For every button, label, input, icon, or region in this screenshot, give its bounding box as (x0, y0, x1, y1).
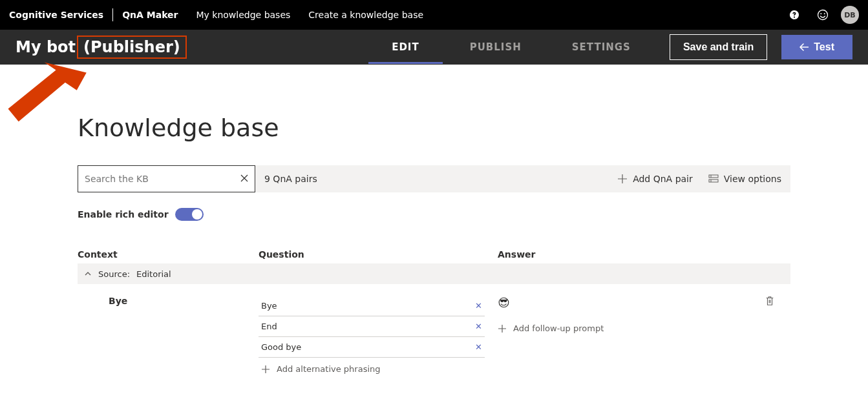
remove-question-icon[interactable]: ✕ (475, 301, 482, 311)
rich-editor-label: Enable rich editor (78, 209, 169, 220)
svg-point-2 (824, 13, 825, 14)
source-row[interactable]: Source: Editorial (78, 263, 790, 284)
view-options-icon (708, 174, 719, 184)
question-item[interactable]: Bye ✕ (259, 296, 485, 316)
kb-toolbar: 9 QnA pairs Add QnA pair View options (78, 165, 790, 192)
help-icon[interactable] (780, 1, 809, 29)
test-button[interactable]: Test (781, 35, 852, 59)
clear-search-icon[interactable] (240, 174, 248, 184)
feedback-smile-icon[interactable] (809, 1, 837, 29)
kb-name: My bot (16, 38, 76, 56)
remove-question-icon[interactable]: ✕ (475, 342, 482, 352)
view-options-label: View options (724, 174, 781, 184)
svg-point-1 (820, 13, 821, 14)
column-header-context: Context (78, 249, 259, 260)
delete-icon[interactable] (765, 296, 775, 306)
question-item[interactable]: End ✕ (259, 316, 485, 337)
add-followup-prompt-button[interactable]: Add follow-up prompt (498, 323, 765, 333)
question-item[interactable]: Good bye ✕ (259, 337, 485, 358)
column-header-question: Question (259, 249, 498, 260)
global-header: Cognitive Services QnA Maker My knowledg… (0, 0, 868, 30)
tab-settings[interactable]: SETTINGS (572, 31, 631, 63)
remove-question-icon[interactable]: ✕ (475, 322, 482, 331)
add-follow-label: Add follow-up prompt (513, 323, 604, 333)
user-avatar[interactable]: DB (841, 6, 859, 24)
search-input-wrapper (78, 165, 255, 192)
add-qna-pair-label: Add QnA pair (633, 174, 693, 184)
source-prefix: Source: (98, 269, 130, 279)
source-name: Editorial (136, 269, 171, 279)
add-qna-pair-button[interactable]: Add QnA pair (617, 174, 693, 184)
tab-publish[interactable]: PUBLISH (470, 31, 522, 63)
svg-point-0 (818, 10, 828, 20)
question-cell: Bye ✕ End ✕ Good bye ✕ Add alternative p… (259, 296, 498, 380)
test-button-label: Test (814, 41, 834, 53)
view-options-button[interactable]: View options (708, 174, 781, 184)
brand-label[interactable]: Cognitive Services (9, 10, 103, 20)
tab-edit[interactable]: EDIT (392, 31, 419, 63)
add-alternative-phrasing-button[interactable]: Add alternative phrasing (259, 358, 498, 380)
pair-count-label: 9 QnA pairs (264, 174, 317, 184)
column-header-answer: Answer (498, 249, 790, 260)
kb-role-badge: (Publisher) (77, 36, 187, 59)
search-input[interactable] (85, 174, 240, 184)
answer-content: 😎 (498, 296, 765, 309)
svg-rect-5 (709, 179, 718, 182)
rich-editor-toggle[interactable] (175, 208, 204, 221)
plus-icon (261, 365, 270, 374)
product-label[interactable]: QnA Maker (122, 10, 178, 20)
add-alt-label: Add alternative phrasing (277, 364, 381, 374)
main-content: Knowledge base 9 QnA pairs Add QnA pair … (0, 114, 868, 380)
kb-tabs: EDIT PUBLISH SETTINGS (392, 31, 631, 63)
question-text: Good bye (261, 342, 301, 352)
nav-create-kb[interactable]: Create a knowledge base (308, 10, 423, 20)
qna-row: Bye Bye ✕ End ✕ Good bye ✕ (78, 284, 790, 380)
question-text: End (261, 322, 277, 331)
question-text: Bye (261, 301, 277, 311)
header-divider (112, 8, 113, 21)
arrow-left-icon (799, 43, 809, 51)
plus-icon (498, 324, 507, 333)
svg-rect-4 (709, 175, 718, 178)
page-title: Knowledge base (78, 114, 790, 142)
save-and-train-button[interactable]: Save and train (670, 34, 767, 60)
answer-cell[interactable]: 😎 Add follow-up prompt (498, 296, 765, 380)
nav-my-kbs[interactable]: My knowledge bases (196, 10, 291, 20)
plus-icon (617, 174, 628, 184)
context-cell: Bye (78, 296, 259, 380)
chevron-up-icon (84, 270, 92, 278)
kb-header: My bot (Publisher) EDIT PUBLISH SETTINGS… (0, 30, 868, 65)
